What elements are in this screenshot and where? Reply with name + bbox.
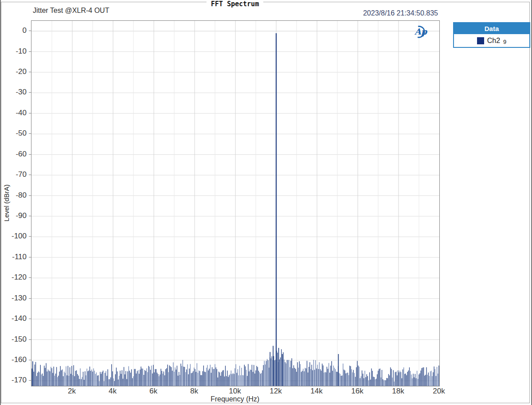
y-axis-label: Level (dBrA) xyxy=(3,184,10,221)
y-tick-label: -140 xyxy=(1,314,27,323)
y-tick-label: -100 xyxy=(1,232,27,241)
y-tick-label: -150 xyxy=(1,335,27,344)
svg-text:Ap: Ap xyxy=(414,27,428,36)
fft-plot-area xyxy=(31,20,440,386)
x-axis-label: Frequency (Hz) xyxy=(211,395,259,403)
legend-entry-sub: 9 xyxy=(503,39,506,45)
y-tick-label: -30 xyxy=(1,88,27,97)
y-tick-label: -120 xyxy=(1,273,27,282)
y-tick-label: -60 xyxy=(1,150,27,159)
legend-box: Data Ch2 9 xyxy=(453,22,530,48)
x-tick-label: 14k xyxy=(301,387,332,396)
y-tick-label: -160 xyxy=(1,355,27,364)
y-tick-label: -170 xyxy=(1,376,27,385)
x-tick-label: 4k xyxy=(97,387,129,396)
x-tick-label: 16k xyxy=(341,387,373,396)
x-tick-label: 12k xyxy=(260,387,292,396)
y-tick-label: -20 xyxy=(1,67,27,76)
legend-entry-ch2[interactable]: Ch2 9 xyxy=(454,34,529,47)
fft-spectrum-svg xyxy=(31,21,439,386)
chart-title: FFT Spectrum xyxy=(207,0,263,8)
x-tick-label: 2k xyxy=(56,387,88,396)
y-tick-label: -10 xyxy=(1,47,27,56)
x-tick-label: 6k xyxy=(137,387,169,396)
series-color-swatch xyxy=(477,37,484,44)
y-tick-label: -40 xyxy=(1,109,27,117)
y-tick-label: -130 xyxy=(1,294,27,303)
audio-precision-logo-icon: Ap xyxy=(411,24,432,40)
x-tick-label: 8k xyxy=(178,387,210,396)
x-tick-label: 18k xyxy=(382,387,414,396)
measurement-timestamp: 2023/8/16 21:34:50.835 xyxy=(31,9,438,17)
y-tick-label: 0 xyxy=(1,26,27,35)
y-tick-label: -110 xyxy=(1,253,27,261)
x-tick-label: 10k xyxy=(219,387,251,396)
legend-entry-label: Ch2 xyxy=(487,37,500,45)
x-tick-label: 20k xyxy=(423,387,455,396)
legend-header: Data xyxy=(454,23,529,34)
y-tick-label: -50 xyxy=(1,129,27,138)
y-tick-label: -70 xyxy=(1,170,27,179)
